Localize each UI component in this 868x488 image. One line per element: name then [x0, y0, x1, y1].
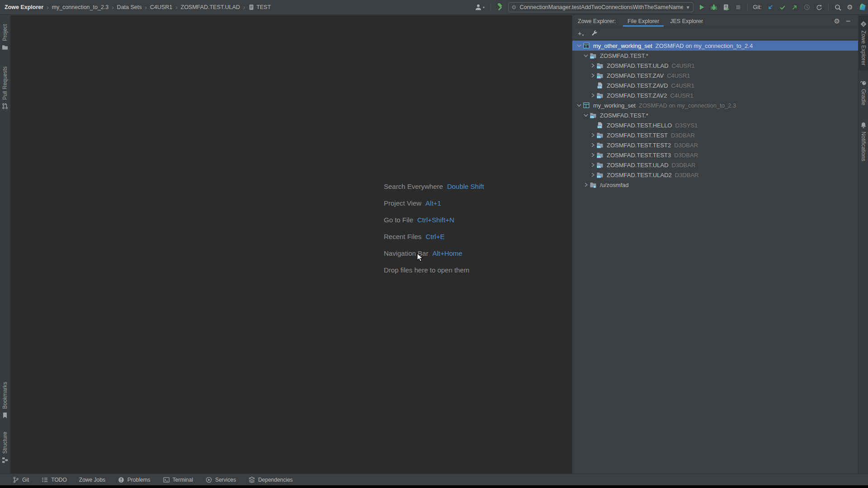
- tree-row[interactable]: DSZOSMFAD.TEST.ULADC4USR1: [572, 61, 858, 70]
- tree-node-label: ZOSMFAD.TEST.TEST: [607, 132, 668, 139]
- stripe-button-pull-requests[interactable]: Pull Requests: [0, 61, 10, 116]
- toolwindow-button-label: Services: [215, 477, 236, 483]
- tree-row[interactable]: DSZOSMFAD.TEST.*: [572, 110, 858, 120]
- file-icon: [248, 4, 255, 10]
- toolwindow-button-terminal[interactable]: Terminal: [163, 476, 193, 483]
- svg-text:DS: DS: [598, 126, 601, 128]
- tab-jes-explorer[interactable]: JES Explorer: [665, 15, 708, 27]
- debug-button[interactable]: [710, 3, 718, 11]
- stripe-button-zowe-explorer[interactable]: ZZowe Explorer: [859, 15, 868, 70]
- stripe-label-group: Project: [1, 24, 9, 51]
- run-configuration-select[interactable]: ConnectionManager.testAddTwoConnectionsW…: [508, 2, 693, 12]
- chevron-right-icon[interactable]: [589, 141, 596, 149]
- chevron-right-icon: [589, 131, 596, 139]
- stripe-button-notifications[interactable]: Notifications: [859, 114, 868, 169]
- stripe-label: Notifications: [860, 131, 867, 161]
- tree-node-suffix: ZOSMFAD on my_connection_to_2.4: [656, 42, 753, 49]
- breadcrumb-item[interactable]: Data Sets: [117, 4, 142, 10]
- tree-row[interactable]: DSZOSMFAD.TEST.ZAVC4USR1: [572, 70, 858, 80]
- tree-row[interactable]: my_other_working_setZOSMFAD on my_connec…: [572, 41, 858, 51]
- toolwindow-button-git[interactable]: Git: [12, 476, 29, 483]
- tree-row[interactable]: DSZOSMFAD.TEST.ZAV2C4USR1: [572, 90, 858, 100]
- chevron-right-icon[interactable]: [582, 181, 590, 188]
- settings-wrench-button[interactable]: [591, 30, 598, 37]
- tree-row[interactable]: DSZOSMFAD.TEST.HELLOD3SYS1: [572, 120, 858, 130]
- breadcrumb: Zowe Explorer›my_connection_to_2.3›Data …: [5, 4, 271, 11]
- breadcrumb-separator: ›: [175, 4, 177, 11]
- tree-node-suffix: D3DBAR: [671, 132, 695, 139]
- tree-row[interactable]: B/u/zosmfad: [572, 180, 858, 190]
- chevron-down-icon[interactable]: [582, 112, 590, 119]
- panel-gear-button[interactable]: ⚙: [834, 18, 840, 25]
- commit-button[interactable]: [778, 3, 787, 11]
- toolwindow-button-dependencies[interactable]: Dependencies: [248, 476, 293, 483]
- zowe-logo-button[interactable]: [858, 3, 866, 11]
- stripe-label: Zowe Explorer: [860, 30, 867, 65]
- toolwindow-button-services[interactable]: Services: [205, 476, 236, 483]
- tree-node-label: ZOSMFAD.TEST.TEST3: [607, 152, 671, 159]
- tree-row[interactable]: DSZOSMFAD.TEST.ULAD2D3DBAR: [572, 170, 858, 180]
- stripe-button-gradle[interactable]: Gradle: [859, 75, 868, 109]
- run-configuration-value: ConnectionManager.testAddTwoConnectionsW…: [520, 4, 683, 10]
- shortcut-action-label: Recent Files: [384, 233, 421, 240]
- chevron-right-icon[interactable]: [589, 131, 596, 139]
- settings-button[interactable]: ⚙: [846, 3, 854, 11]
- dataset-tree: my_other_working_setZOSMFAD on my_connec…: [572, 40, 858, 190]
- breadcrumb-item[interactable]: ZOSMFAD.TEST.ULAD: [181, 4, 240, 10]
- chevron-right-icon: [589, 92, 596, 99]
- rollback-button[interactable]: [815, 3, 823, 11]
- chevron-right-icon[interactable]: [589, 161, 596, 169]
- tree-row[interactable]: DSZOSMFAD.TEST.TEST2D3DBAR: [572, 140, 858, 150]
- tree-row[interactable]: DSZOSMFAD.TEST.*: [572, 51, 858, 61]
- svg-text:DS: DS: [597, 145, 601, 148]
- tab-file-explorer[interactable]: File Explorer: [622, 15, 665, 27]
- stripe-button-structure[interactable]: Structure: [0, 426, 10, 469]
- stripe-label-group: ZZowe Explorer: [860, 20, 867, 65]
- breadcrumb-item[interactable]: TEST: [248, 4, 271, 10]
- hide-panel-button[interactable]: [845, 18, 852, 24]
- user-icon: [474, 3, 482, 11]
- breadcrumb-item[interactable]: C4USR1: [150, 4, 172, 10]
- chevron-right-icon[interactable]: [589, 92, 596, 99]
- breadcrumb-root[interactable]: Zowe Explorer: [5, 4, 43, 10]
- toolwindow-button-zowe-jobs[interactable]: Zowe Jobs: [79, 477, 105, 483]
- stripe-label: Bookmarks: [2, 381, 8, 408]
- shortcut-keystroke: Alt+Home: [432, 249, 462, 257]
- chevron-down-icon[interactable]: [582, 52, 590, 59]
- svg-text:DS: DS: [598, 86, 601, 89]
- tree-row[interactable]: DSZOSMFAD.TEST.ULADD3DBAR: [572, 160, 858, 170]
- tree-node-suffix: C4USR1: [670, 92, 693, 99]
- chevron-right-icon[interactable]: [589, 171, 596, 178]
- tree-node-label: ZOSMFAD.TEST.HELLO: [607, 122, 672, 129]
- add-working-set-button[interactable]: +▾: [578, 28, 584, 38]
- chevron-right-icon[interactable]: [589, 62, 596, 69]
- wrench-icon: [591, 30, 598, 37]
- chevron-down-icon[interactable]: [576, 42, 583, 49]
- user-dropdown-button[interactable]: ▾: [474, 3, 486, 11]
- stripe-button-project[interactable]: Project: [0, 19, 10, 56]
- tree-row[interactable]: DSZOSMFAD.TEST.ZAVDC4USR1: [572, 80, 858, 90]
- search-everywhere-button[interactable]: [834, 3, 842, 11]
- notifications-icon: [860, 122, 867, 129]
- tree-row[interactable]: my_working_setZOSMFAD on my_connection_t…: [572, 100, 858, 110]
- tree-node-suffix: ZOSMFAD on my_connection_to_2.3: [639, 102, 736, 109]
- debug-icon: [710, 4, 717, 11]
- chevron-down-icon: [582, 112, 590, 119]
- todo-icon: [41, 476, 48, 483]
- build-button[interactable]: [496, 3, 504, 11]
- chevron-right-icon[interactable]: [589, 72, 596, 79]
- toolwindow-button-todo[interactable]: TODO: [41, 476, 66, 483]
- update-project-button[interactable]: [766, 3, 774, 11]
- tree-row[interactable]: DSZOSMFAD.TEST.TEST3D3DBAR: [572, 150, 858, 160]
- push-button[interactable]: [791, 3, 799, 11]
- tree-row[interactable]: DSZOSMFAD.TEST.TESTD3DBAR: [572, 130, 858, 140]
- breadcrumb-item[interactable]: my_connection_to_2.3: [52, 4, 108, 10]
- chevron-down-icon[interactable]: [576, 102, 583, 109]
- tree-node-suffix: D3DBAR: [675, 172, 699, 178]
- left-stripe: ProjectPull RequestsBookmarksStructure: [0, 15, 10, 474]
- coverage-button[interactable]: [722, 3, 730, 11]
- run-button[interactable]: [698, 3, 706, 11]
- stripe-button-bookmarks[interactable]: Bookmarks: [0, 379, 10, 422]
- chevron-right-icon[interactable]: [589, 151, 596, 159]
- toolwindow-button-problems[interactable]: Problems: [118, 476, 151, 483]
